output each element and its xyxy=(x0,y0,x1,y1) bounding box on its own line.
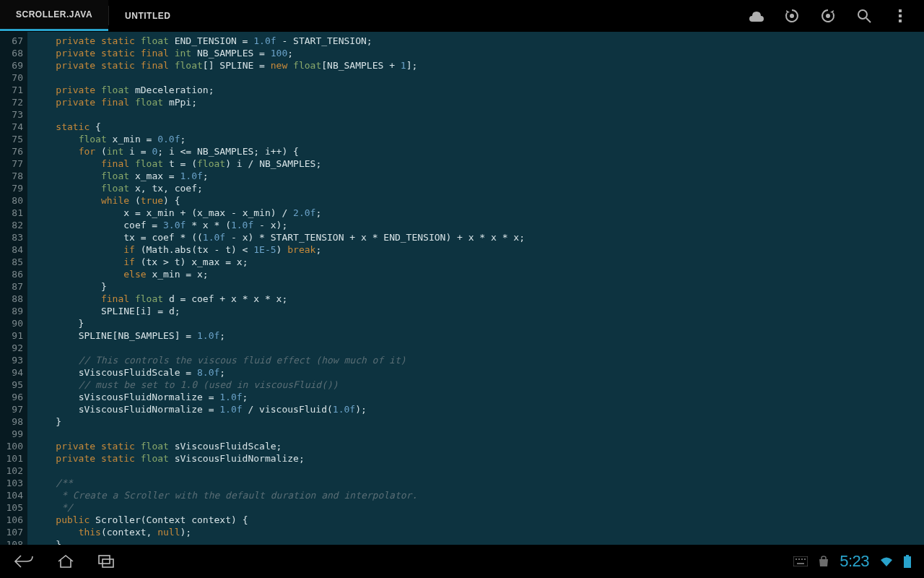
line-number: 90 xyxy=(0,317,23,329)
code-line: private float mDeceleration; xyxy=(33,84,924,96)
code-line: SPLINE[NB_SAMPLES] = 1.0f; xyxy=(33,329,924,342)
store-icon[interactable] xyxy=(818,556,829,567)
home-icon[interactable] xyxy=(55,551,77,572)
code-line: /** xyxy=(33,477,924,489)
svg-rect-16 xyxy=(904,556,911,568)
app-top-bar: SCROLLER.JAVA UNTITLED xyxy=(0,0,924,32)
toolbar-actions xyxy=(748,0,924,31)
code-editor[interactable]: 6768697071727374757677787980818283848586… xyxy=(0,32,924,545)
line-number: 88 xyxy=(0,293,23,305)
code-line: SPLINE[i] = d; xyxy=(33,305,924,317)
tab-untitled[interactable]: UNTITLED xyxy=(109,0,186,31)
line-number: 89 xyxy=(0,305,23,317)
code-line: private static final float[] SPLINE = ne… xyxy=(33,59,924,72)
code-line xyxy=(33,428,924,440)
code-line: final float t = (float) i / NB_SAMPLES; xyxy=(33,158,924,170)
svg-rect-4 xyxy=(899,9,902,12)
code-line: else x_min = x; xyxy=(33,268,924,280)
line-number: 98 xyxy=(0,415,23,428)
line-number: 71 xyxy=(0,84,23,96)
line-number: 70 xyxy=(0,72,23,84)
line-number: 103 xyxy=(0,477,23,489)
line-number: 107 xyxy=(0,526,23,538)
tab-strip: SCROLLER.JAVA UNTITLED xyxy=(0,0,748,31)
line-number: 85 xyxy=(0,256,23,268)
clock[interactable]: 5:23 xyxy=(840,552,869,571)
line-number: 91 xyxy=(0,329,23,342)
code-line: float x, tx, coef; xyxy=(33,182,924,194)
svg-point-2 xyxy=(858,10,867,19)
line-number: 86 xyxy=(0,268,23,280)
line-number: 93 xyxy=(0,354,23,366)
svg-rect-12 xyxy=(801,558,803,560)
line-number: 105 xyxy=(0,501,23,514)
line-number: 94 xyxy=(0,366,23,379)
line-number: 75 xyxy=(0,133,23,145)
code-line: } xyxy=(33,280,924,293)
line-number: 97 xyxy=(0,403,23,415)
code-line: sViscousFluidNormalize = 1.0f; xyxy=(33,391,924,403)
code-line: final float d = coef + x * x * x; xyxy=(33,293,924,305)
svg-rect-15 xyxy=(906,555,909,556)
recent-icon[interactable] xyxy=(97,551,118,572)
tab-scroller-java[interactable]: SCROLLER.JAVA xyxy=(0,0,108,31)
back-icon[interactable] xyxy=(13,551,35,572)
code-line: // must be set to 1.0 (used in viscousFl… xyxy=(33,379,924,391)
code-line: * Create a Scroller with the default dur… xyxy=(33,489,924,501)
svg-rect-5 xyxy=(899,14,902,17)
line-number: 104 xyxy=(0,489,23,501)
tab-label: SCROLLER.JAVA xyxy=(16,9,92,20)
svg-rect-6 xyxy=(899,20,902,22)
code-line: x = x_min + (x_max - x_min) / 2.0f; xyxy=(33,207,924,219)
nav-buttons xyxy=(13,551,118,572)
line-number: 108 xyxy=(0,538,23,545)
line-number: 82 xyxy=(0,219,23,231)
code-line: } xyxy=(33,317,924,329)
line-number-gutter: 6768697071727374757677787980818283848586… xyxy=(0,32,27,545)
overflow-icon[interactable] xyxy=(892,8,908,24)
code-content[interactable]: private static float END_TENSION = 1.0f … xyxy=(27,32,924,545)
code-line: if (tx > t) x_max = x; xyxy=(33,256,924,268)
line-number: 79 xyxy=(0,182,23,194)
line-number: 106 xyxy=(0,514,23,526)
svg-point-0 xyxy=(790,14,794,18)
keyboard-icon[interactable] xyxy=(793,556,808,566)
tab-label: UNTITLED xyxy=(125,11,170,21)
search-icon[interactable] xyxy=(856,8,872,24)
system-nav-bar: 5:23 xyxy=(0,545,924,578)
line-number: 76 xyxy=(0,145,23,158)
svg-point-1 xyxy=(826,14,830,18)
save-icon[interactable] xyxy=(748,8,764,24)
svg-rect-10 xyxy=(796,558,797,560)
line-number: 84 xyxy=(0,243,23,256)
svg-rect-14 xyxy=(797,563,804,564)
wifi-icon xyxy=(879,556,894,567)
line-number: 77 xyxy=(0,158,23,170)
code-line: sViscousFluidScale = 8.0f; xyxy=(33,366,924,379)
undo-icon[interactable] xyxy=(784,8,800,24)
line-number: 81 xyxy=(0,207,23,219)
code-line: } xyxy=(33,415,924,428)
svg-line-3 xyxy=(866,18,871,22)
code-line: private static final int NB_SAMPLES = 10… xyxy=(33,47,924,59)
svg-rect-11 xyxy=(798,558,800,560)
line-number: 69 xyxy=(0,59,23,72)
code-line: for (int i = 0; i <= NB_SAMPLES; i++) { xyxy=(33,145,924,158)
line-number: 96 xyxy=(0,391,23,403)
line-number: 72 xyxy=(0,96,23,108)
code-line: private static float sViscousFluidScale; xyxy=(33,440,924,452)
line-number: 74 xyxy=(0,121,23,133)
code-line: // This controls the viscous fluid effec… xyxy=(33,354,924,366)
redo-icon[interactable] xyxy=(820,8,836,24)
svg-rect-13 xyxy=(804,558,806,560)
code-line: public Scroller(Context context) { xyxy=(33,514,924,526)
line-number: 83 xyxy=(0,231,23,243)
svg-rect-9 xyxy=(793,556,808,566)
line-number: 87 xyxy=(0,280,23,293)
code-line: float x_max = 1.0f; xyxy=(33,170,924,182)
code-line xyxy=(33,342,924,354)
line-number: 99 xyxy=(0,428,23,440)
code-line: private final float mPpi; xyxy=(33,96,924,108)
battery-icon xyxy=(904,555,911,568)
code-line: this(context, null); xyxy=(33,526,924,538)
